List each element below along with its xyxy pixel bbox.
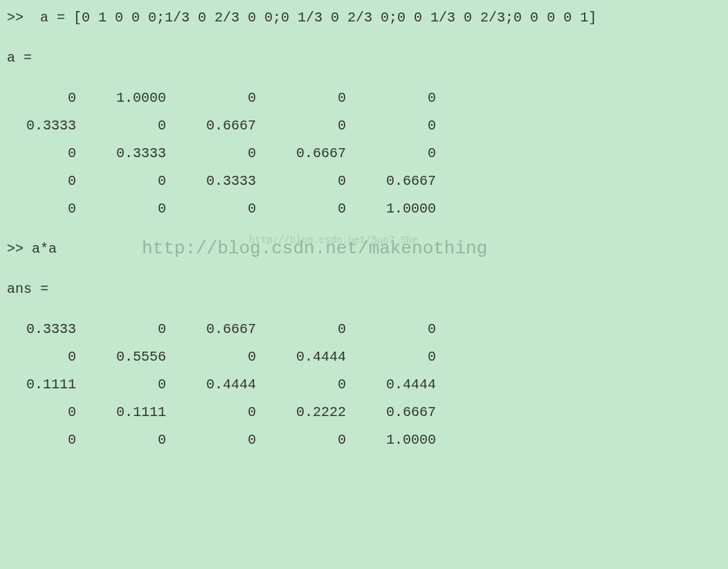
matrix-row: 01.0000000 [7,89,721,108]
matrix-cell: 0 [277,89,367,108]
matrix-row: 000.333300.6667 [7,172,721,191]
matrix-cell: 0 [277,116,367,136]
matrix-cell: 1.0000 [367,431,457,450]
matrix-cell: 0 [367,347,457,367]
matrix-cell: 0 [277,320,367,339]
matrix-cell: 1.0000 [367,199,457,219]
matrix-output-1: 01.00000000.333300.66670000.333300.66670… [7,89,721,219]
matrix-cell: 0.2222 [277,403,367,422]
matrix-cell: 1.0000 [97,89,187,108]
matrix-cell: 0.5556 [97,347,187,367]
matrix-cell: 0 [187,403,277,422]
matrix-cell: 0.4444 [187,375,277,395]
matrix-cell: 0.4444 [277,347,367,367]
matrix-cell: 0.6667 [277,144,367,163]
matrix-row: 00.111100.22220.6667 [7,403,721,422]
matrix-row: 00.555600.44440 [7,347,721,367]
matrix-cell: 0 [367,144,457,163]
matrix-cell: 0 [7,403,97,422]
matrix-row: 0.111100.444400.4444 [7,375,721,395]
matrix-cell: 0.6667 [367,403,457,422]
matrix-cell: 0 [187,431,277,450]
matrix-cell: 0 [277,172,367,191]
matrix-cell: 0 [367,116,457,136]
matrix-cell: 0 [7,89,97,108]
matrix-cell: 0.4444 [367,375,457,395]
matrix-cell: 0.1111 [7,375,97,395]
matrix-cell: 0.6667 [187,116,277,136]
matrix-cell: 0.3333 [7,320,97,339]
matrix-cell: 0 [97,320,187,339]
matrix-row: 00001.0000 [7,199,721,219]
matrix-cell: 0 [7,431,97,450]
command-input-2[interactable]: >> a*a [7,240,721,259]
matrix-cell: 0 [7,144,97,163]
matrix-cell: 0 [7,172,97,191]
matrix-cell: 0 [97,375,187,395]
matrix-cell: 0 [187,144,277,163]
matrix-cell: 0 [187,199,277,219]
matrix-cell: 0 [277,431,367,450]
matrix-cell: 0 [97,199,187,219]
variable-output-label-1: a = [7,48,721,68]
matrix-cell: 0 [187,347,277,367]
matrix-cell: 0 [97,116,187,136]
variable-output-label-2: ans = [7,280,721,299]
matrix-cell: 0 [367,320,457,339]
matrix-cell: 0.3333 [97,144,187,163]
matrix-cell: 0.3333 [7,116,97,136]
matrix-cell: 0 [7,199,97,219]
matrix-cell: 0 [277,375,367,395]
matrix-output-2: 0.333300.66670000.555600.444400.111100.4… [7,320,721,450]
matrix-cell: 0 [367,89,457,108]
matrix-cell: 0 [7,347,97,367]
matrix-cell: 0.3333 [187,172,277,191]
matrix-cell: 0 [277,199,367,219]
matrix-row: 0.333300.666700 [7,320,721,339]
matrix-cell: 0 [97,431,187,450]
matrix-cell: 0.6667 [367,172,457,191]
matrix-row: 0.333300.666700 [7,116,721,136]
matrix-cell: 0 [97,172,187,191]
matrix-cell: 0.6667 [187,320,277,339]
matrix-cell: 0.1111 [97,403,187,422]
command-input-1[interactable]: >> a = [0 1 0 0 0;1/3 0 2/3 0 0;0 1/3 0 … [7,8,721,28]
matrix-cell: 0 [187,89,277,108]
matrix-row: 00001.0000 [7,431,721,450]
matrix-row: 00.333300.66670 [7,144,721,163]
